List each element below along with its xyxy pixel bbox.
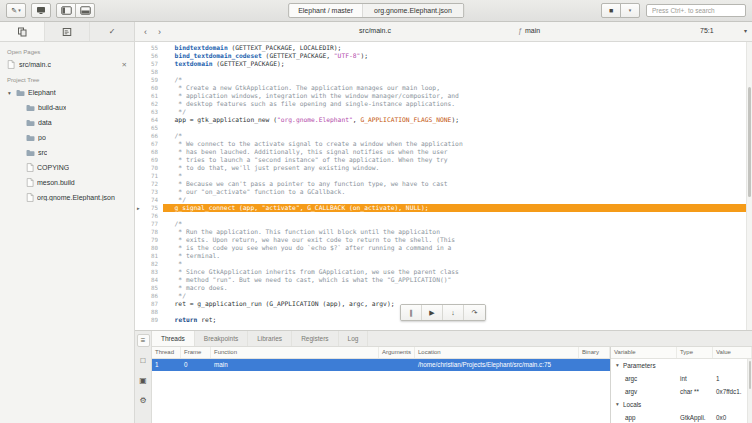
omnibar[interactable]: Elephant / master org.gnome.Elephant.jso…	[288, 3, 464, 18]
expander-open-icon[interactable]: ▾	[614, 359, 621, 372]
continue-button[interactable]: ▶	[422, 305, 443, 320]
code-line-69[interactable]: 69 * tries to launch a "second instance"…	[135, 156, 752, 164]
tree-item-meson-build[interactable]: meson.build	[0, 175, 134, 190]
line-gutter[interactable]: 80	[135, 244, 163, 252]
line-gutter[interactable]: 62	[135, 100, 163, 108]
line-gutter[interactable]: 79	[135, 236, 163, 244]
variable-group-row[interactable]: ▾Locals	[611, 398, 752, 411]
sidebar-tab-checks[interactable]: ✓	[90, 22, 134, 41]
expander-open-icon[interactable]: ▾	[614, 398, 621, 411]
editor-options-button[interactable]: ▾	[744, 27, 747, 34]
code-line-58[interactable]: 58	[135, 68, 752, 76]
line-gutter[interactable]: 71	[135, 172, 163, 180]
code-line-64[interactable]: 64 app = gtk_application_new ("org.gnome…	[135, 116, 752, 124]
line-gutter[interactable]: 73	[135, 188, 163, 196]
line-gutter[interactable]: 84	[135, 276, 163, 284]
code-line-60[interactable]: 60 * Create a new GtkApplication. The ap…	[135, 84, 752, 92]
editor-scrollbar[interactable]	[746, 42, 752, 330]
code-editor[interactable]: 55 bindtextdomain (GETTEXT_PACKAGE, LOCA…	[135, 42, 752, 330]
sidebar-tab-pages[interactable]	[0, 22, 45, 41]
code-line-73[interactable]: 73 * our "on_activate" function to a GCa…	[135, 188, 752, 196]
line-gutter[interactable]: 74	[135, 196, 163, 204]
build-output-panel-icon[interactable]: ▣	[137, 374, 150, 387]
tree-item-po[interactable]: po	[0, 130, 134, 145]
code-line-74[interactable]: 74 */	[135, 196, 752, 204]
line-gutter[interactable]: 60	[135, 84, 163, 92]
line-gutter[interactable]: 55	[135, 44, 163, 52]
build-config-label[interactable]: org.gnome.Elephant.json	[363, 4, 463, 17]
tree-item-copying[interactable]: COPYING	[0, 160, 134, 175]
line-gutter[interactable]: 67	[135, 140, 163, 148]
code-line-63[interactable]: 63 */	[135, 108, 752, 116]
line-gutter[interactable]: 89	[135, 316, 163, 324]
code-line-78[interactable]: 78 * Run the application. This function …	[135, 228, 752, 236]
variable-row[interactable]: argvchar **0x7ffdc1.	[611, 385, 752, 398]
code-line-77[interactable]: 77 /*	[135, 220, 752, 228]
line-gutter[interactable]: 63	[135, 108, 163, 116]
code-line-86[interactable]: 86 */	[135, 292, 752, 300]
code-line-72[interactable]: 72 * Because we can't pass a pointer to …	[135, 180, 752, 188]
line-gutter[interactable]: 82	[135, 260, 163, 268]
line-gutter[interactable]: 69	[135, 156, 163, 164]
line-gutter[interactable]: ▶75	[135, 204, 163, 212]
variable-group-row[interactable]: ▾Parameters	[611, 359, 752, 372]
tab-libraries[interactable]: Libraries	[248, 331, 292, 346]
line-gutter[interactable]: 85	[135, 284, 163, 292]
search-input[interactable]	[646, 4, 746, 17]
code-line-80[interactable]: 80 * is the code you see when you do `ec…	[135, 244, 752, 252]
code-line-76[interactable]: 76	[135, 212, 752, 220]
pause-button[interactable]: ∥	[401, 305, 422, 320]
expander-open-icon[interactable]: ▾	[6, 90, 13, 96]
tab-breakpoints[interactable]: Breakpoints	[195, 331, 248, 346]
variable-row[interactable]: appGtkAppli.0x0	[611, 411, 752, 423]
code-line-66[interactable]: 66 /*	[135, 132, 752, 140]
code-line-84[interactable]: 84 * method "run". But we need to cast, …	[135, 276, 752, 284]
step-over-button[interactable]: ↷	[464, 305, 485, 320]
tree-item-org-gnome-elephant-json[interactable]: org.gnome.Elephant.json	[0, 190, 134, 205]
code-line-65[interactable]: 65	[135, 124, 752, 132]
code-line-68[interactable]: 68 * has been lauched. Additionally, thi…	[135, 148, 752, 156]
settings-panel-icon[interactable]: ⚙	[137, 394, 150, 407]
code-line-55[interactable]: 55 bindtextdomain (GETTEXT_PACKAGE, LOCA…	[135, 44, 752, 52]
line-gutter[interactable]: 57	[135, 60, 163, 68]
forward-button[interactable]: ›	[153, 25, 166, 38]
step-in-button[interactable]: ↓	[443, 305, 464, 320]
variables-scrollbar[interactable]	[747, 359, 752, 423]
code-line-56[interactable]: 56 bind_textdomain_codeset (GETTEXT_PACK…	[135, 52, 752, 60]
code-line-81[interactable]: 81 * terminal.	[135, 252, 752, 260]
variable-row[interactable]: argcint1	[611, 372, 752, 385]
run-options-button[interactable]: ▾	[620, 3, 640, 18]
terminal-panel-icon[interactable]: □	[137, 354, 150, 367]
line-gutter[interactable]: 61	[135, 92, 163, 100]
code-line-62[interactable]: 62 * desktop features such as file openi…	[135, 100, 752, 108]
symbol-picker[interactable]: ƒ main	[518, 27, 540, 34]
code-line-83[interactable]: 83 * Since GtkApplication inherits from …	[135, 268, 752, 276]
line-gutter[interactable]: 76	[135, 212, 163, 220]
stop-button[interactable]: ■	[601, 3, 621, 18]
line-gutter[interactable]: 88	[135, 308, 163, 316]
line-gutter[interactable]: 86	[135, 292, 163, 300]
code-line-71[interactable]: 71 *	[135, 172, 752, 180]
scrollbar-thumb[interactable]	[748, 87, 751, 197]
code-line-85[interactable]: 85 * macro does.	[135, 284, 752, 292]
line-gutter[interactable]: 66	[135, 132, 163, 140]
code-line-75[interactable]: ▶75 g_signal_connect (app, "activate", G…	[135, 204, 752, 212]
line-gutter[interactable]: 77	[135, 220, 163, 228]
line-gutter[interactable]: 81	[135, 252, 163, 260]
line-gutter[interactable]: 59	[135, 76, 163, 84]
code-line-67[interactable]: 67 * We connect to the activate signal t…	[135, 140, 752, 148]
close-icon[interactable]: ✕	[122, 61, 127, 69]
line-gutter[interactable]: 64	[135, 116, 163, 124]
tab-registers[interactable]: Registers	[292, 331, 338, 346]
back-button[interactable]: ‹	[139, 25, 152, 38]
line-gutter[interactable]: 56	[135, 52, 163, 60]
project-branch-label[interactable]: Elephant / master	[289, 4, 363, 17]
code-line-79[interactable]: 79 * exits. Upon return, we have our exi…	[135, 236, 752, 244]
code-line-70[interactable]: 70 * to do that, we'll just present any …	[135, 164, 752, 172]
line-gutter[interactable]: 87	[135, 300, 163, 308]
sidebar-tab-todo[interactable]	[45, 22, 90, 41]
device-button[interactable]	[31, 3, 51, 18]
open-page-item[interactable]: src/main.c ✕	[0, 57, 134, 72]
tree-item-src[interactable]: src	[0, 145, 134, 160]
code-line-61[interactable]: 61 * application windows, integration wi…	[135, 92, 752, 100]
